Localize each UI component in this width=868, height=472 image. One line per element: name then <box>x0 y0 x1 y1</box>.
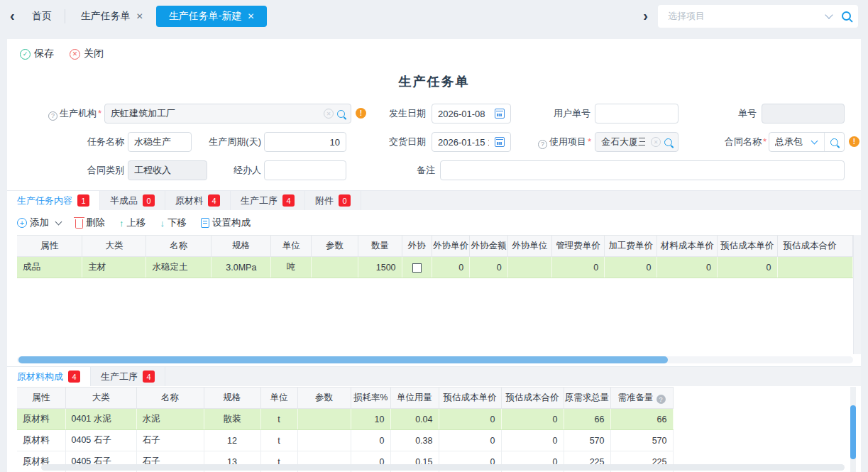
save-button[interactable]: ✓ 保存 <box>20 48 54 60</box>
help-icon[interactable]: ? <box>48 111 57 121</box>
warning-icon[interactable]: ! <box>849 136 859 147</box>
count-badge: 4 <box>208 194 220 207</box>
org-field[interactable]: ✕ <box>104 104 351 124</box>
search-icon[interactable] <box>842 11 851 21</box>
tab-production-task-new[interactable]: 生产任务单-新建 ✕ <box>156 6 268 27</box>
content-tabs-bar: 生产任务内容 1 半成品 0 原材料 4 生产工序 4 附件 0 <box>7 190 861 210</box>
search-icon[interactable] <box>664 138 672 146</box>
save-label: 保存 <box>34 48 54 60</box>
add-button[interactable]: + 添加 <box>17 216 61 229</box>
tab-detail-production-process[interactable]: 生产工序 4 <box>91 367 165 386</box>
handler-input[interactable] <box>265 161 346 180</box>
project-input[interactable] <box>595 133 651 151</box>
table-row[interactable]: 原材料 0405 石子 石子 12 t 0 0.38 0 0 570 570 <box>17 430 673 451</box>
close-icon[interactable]: ✕ <box>247 11 254 21</box>
issue-date-input[interactable] <box>432 104 495 123</box>
project-field[interactable]: ✕ <box>595 132 679 152</box>
delivery-date-input[interactable] <box>432 133 495 151</box>
arrow-up-icon: ↑ <box>119 218 124 229</box>
doc-no-input <box>762 104 844 123</box>
count-badge: 1 <box>77 194 89 207</box>
chevron-down-icon[interactable] <box>55 219 62 226</box>
chevron-down-icon[interactable] <box>811 138 818 145</box>
tab-raw-material-composition[interactable]: 原材料构成 4 <box>7 367 91 386</box>
close-icon[interactable]: ✕ <box>136 11 143 21</box>
move-down-button[interactable]: ↓ 下移 <box>160 216 187 229</box>
tab-production-task-content[interactable]: 生产任务内容 1 <box>7 191 100 210</box>
x-circle-icon: ✕ <box>70 49 80 60</box>
tab-production-process[interactable]: 生产工序 4 <box>231 191 305 210</box>
document-toolbar: ✓ 保存 ✕ 关闭 <box>20 48 104 60</box>
doc-no-label: 单号 <box>717 104 757 124</box>
grid-toolbar: + 添加 删除 ↑ 上移 ↓ 下移 设置构成 <box>17 211 251 235</box>
contract-type-input <box>128 161 207 180</box>
main-grid: 属性 大类 名称 规格 单位 参数 数量 外协 外协单价 外协金额 外协单位 管… <box>17 235 853 354</box>
tab-raw-materials[interactable]: 原材料 4 <box>165 191 231 210</box>
search-icon[interactable] <box>830 138 838 146</box>
project-label: ?使用项目* <box>517 132 591 152</box>
tab-label: 生产任务单-新建 <box>169 10 242 23</box>
task-name-input[interactable] <box>128 133 191 151</box>
delivery-date-field[interactable] <box>432 132 511 152</box>
forward-chevron-icon[interactable]: › <box>633 8 658 24</box>
move-up-button[interactable]: ↑ 上移 <box>119 216 146 229</box>
count-badge: 4 <box>143 371 155 383</box>
clear-icon[interactable]: ✕ <box>651 137 661 147</box>
project-search-box[interactable] <box>658 5 858 28</box>
user-no-field[interactable] <box>595 104 679 124</box>
outsource-checkbox[interactable] <box>412 263 422 273</box>
tab-semi-finished[interactable]: 半成品 0 <box>100 191 165 210</box>
clear-icon[interactable]: ✕ <box>324 109 334 119</box>
user-no-input[interactable] <box>595 104 678 123</box>
tab-attachments[interactable]: 附件 0 <box>305 191 361 210</box>
remark-field[interactable] <box>440 160 845 180</box>
contract-field[interactable] <box>769 132 845 152</box>
count-badge: 4 <box>68 371 80 383</box>
contract-input[interactable] <box>769 133 809 151</box>
issue-date-label: 发生日期 <box>382 104 426 124</box>
detail-grid-vertical-scrollbar-thumb[interactable] <box>850 405 856 459</box>
table-row[interactable]: 原材料 0401 水泥 水泥 散装 t 10 0.04 0 0 66 66 <box>17 409 673 430</box>
page-title: 生产任务单 <box>7 73 861 90</box>
main-table-header-row: 属性 大类 名称 规格 单位 参数 数量 外协 外协单价 外协金额 外协单位 管… <box>17 236 853 257</box>
main-grid-horizontal-scrollbar-track[interactable] <box>17 356 853 363</box>
tab-production-task[interactable]: 生产任务单 ✕ <box>68 6 156 27</box>
cycle-label: 生产周期(天) <box>197 132 261 152</box>
table-row[interactable]: 成品 主材 水稳定土 3.0MPa 吨 1500 0 0 0 0 0 <box>17 257 853 278</box>
task-name-field[interactable] <box>128 132 192 152</box>
help-icon[interactable]: ? <box>538 140 547 149</box>
project-search-input[interactable] <box>668 11 822 21</box>
set-composition-button[interactable]: 设置构成 <box>201 216 251 229</box>
detail-table: 属性 大类 名称 规格 单位 参数 损耗率% 单位用量 预估成本单价 预估成本合… <box>17 387 674 472</box>
main-grid-vertical-scrollbar[interactable] <box>853 235 861 354</box>
question-circle-icon[interactable]: ? <box>657 395 666 404</box>
warning-icon[interactable]: ! <box>356 108 366 119</box>
handler-label: 经办人 <box>220 160 261 180</box>
search-icon[interactable] <box>337 110 345 118</box>
trash-icon <box>75 219 83 229</box>
issue-date-field[interactable] <box>432 104 511 124</box>
close-button[interactable]: ✕ 关闭 <box>70 48 104 60</box>
detail-grid: 属性 大类 名称 规格 单位 参数 损耗率% 单位用量 预估成本单价 预估成本合… <box>17 387 847 472</box>
detail-table-header-row: 属性 大类 名称 规格 单位 参数 损耗率% 单位用量 预估成本单价 预估成本合… <box>17 388 673 409</box>
main-table: 属性 大类 名称 规格 单位 参数 数量 外协 外协单价 外协金额 外协单位 管… <box>17 235 853 278</box>
calendar-icon[interactable] <box>495 137 505 147</box>
cycle-field[interactable] <box>264 132 346 152</box>
back-chevron-icon[interactable]: ‹ <box>0 8 25 24</box>
org-input[interactable] <box>105 104 324 123</box>
chevron-down-icon[interactable] <box>825 11 833 18</box>
detail-grid-horizontal-scrollbar[interactable] <box>41 464 845 471</box>
cycle-input[interactable] <box>265 133 346 151</box>
calendar-icon[interactable] <box>495 109 505 119</box>
main-grid-horizontal-scrollbar-thumb[interactable] <box>18 356 668 363</box>
count-badge: 0 <box>339 194 351 207</box>
arrow-down-icon: ↓ <box>160 218 165 229</box>
delete-button[interactable]: 删除 <box>75 216 105 229</box>
remark-input[interactable] <box>441 161 844 180</box>
tab-home[interactable]: 首页 <box>25 10 65 23</box>
detail-grid-vertical-scrollbar-track[interactable] <box>850 387 856 472</box>
plus-circle-icon: + <box>17 218 27 228</box>
contract-type-field <box>128 160 207 180</box>
check-circle-icon: ✓ <box>20 49 31 60</box>
handler-field[interactable] <box>264 160 346 180</box>
